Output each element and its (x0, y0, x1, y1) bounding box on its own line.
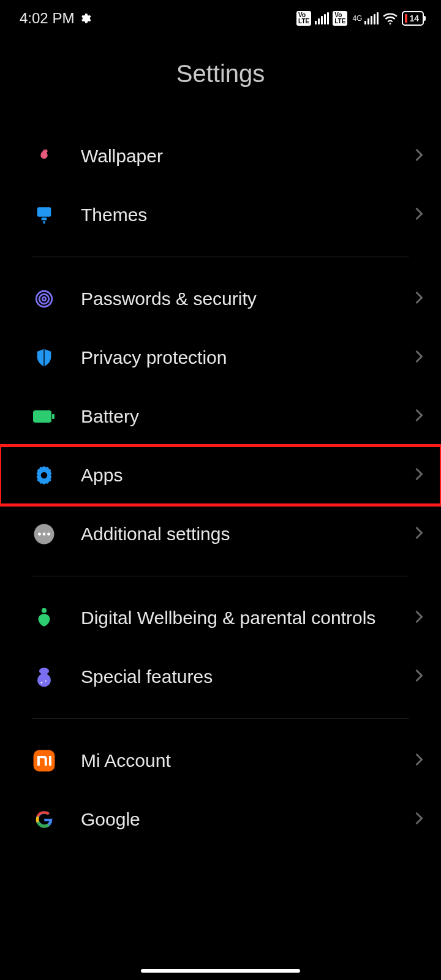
settings-item-passwords-security[interactable]: Passwords & security (0, 270, 441, 328)
settings-item-apps[interactable]: Apps (0, 446, 441, 505)
volte-icon-2: VoLTE (333, 11, 347, 26)
svg-rect-3 (43, 221, 45, 224)
status-left: 4:02 PM (20, 10, 91, 27)
fingerprint-icon (32, 287, 56, 311)
battery-icon (32, 404, 56, 429)
more-icon (32, 522, 56, 546)
settings-item-label: Additional settings (81, 522, 390, 546)
settings-item-label: Wallpaper (81, 145, 390, 168)
svg-point-17 (41, 682, 43, 684)
svg-point-16 (37, 674, 51, 687)
svg-point-9 (41, 472, 48, 479)
special-features-icon (32, 665, 56, 689)
status-bar: 4:02 PM VoLTE VoLTE 4G 14 (0, 0, 441, 37)
apps-gear-icon (32, 463, 56, 488)
signal-icon-2 (364, 12, 379, 24)
settings-item-label: Apps (81, 464, 390, 487)
volte-icon: VoLTE (296, 11, 311, 26)
settings-item-label: Special features (81, 665, 390, 688)
svg-point-18 (45, 680, 47, 682)
battery-level: 14 (409, 13, 419, 23)
mi-logo-icon (32, 748, 56, 773)
chevron-right-icon (414, 467, 424, 484)
chevron-right-icon (414, 206, 424, 224)
svg-point-6 (42, 297, 46, 301)
svg-rect-8 (52, 414, 55, 419)
settings-item-themes[interactable]: Themes (0, 186, 441, 244)
status-right: VoLTE VoLTE 4G 14 (296, 11, 424, 26)
settings-item-digital-wellbeing[interactable]: Digital Wellbeing & parental controls (0, 589, 441, 647)
settings-item-google[interactable]: Google (0, 790, 441, 832)
status-time: 4:02 PM (20, 10, 74, 27)
settings-item-privacy-protection[interactable]: Privacy protection (0, 328, 441, 387)
settings-item-label: Battery (81, 405, 390, 428)
settings-item-additional-settings[interactable]: Additional settings (0, 505, 441, 564)
divider (32, 576, 409, 576)
svg-point-5 (39, 294, 49, 304)
themes-icon (32, 203, 56, 227)
settings-item-battery[interactable]: Battery (0, 387, 441, 446)
settings-item-label: Privacy protection (81, 346, 390, 369)
settings-item-special-features[interactable]: Special features (0, 647, 441, 706)
chevron-right-icon (414, 526, 424, 543)
svg-rect-1 (37, 207, 51, 217)
svg-rect-19 (34, 750, 55, 772)
chevron-right-icon (414, 148, 424, 165)
chevron-right-icon (414, 609, 424, 627)
home-indicator[interactable] (141, 969, 300, 973)
svg-point-11 (38, 533, 41, 536)
settings-item-label: Themes (81, 203, 390, 227)
svg-point-0 (390, 23, 391, 24)
settings-item-label: Google (81, 808, 390, 831)
chevron-right-icon (414, 290, 424, 307)
svg-rect-7 (33, 410, 51, 423)
settings-list: Wallpaper Themes Passwords & security Pr… (0, 127, 441, 832)
wellbeing-icon (32, 606, 56, 630)
signal-icon (315, 12, 329, 24)
svg-rect-2 (42, 217, 47, 220)
svg-point-15 (39, 668, 49, 674)
google-logo-icon (32, 807, 56, 832)
settings-item-label: Passwords & security (81, 287, 390, 311)
divider (32, 257, 409, 257)
battery-icon: 14 (402, 11, 424, 26)
divider (32, 718, 409, 719)
chevron-right-icon (414, 811, 424, 828)
chevron-right-icon (414, 752, 424, 769)
wallpaper-icon (32, 144, 56, 168)
svg-point-14 (42, 608, 47, 613)
settings-item-label: Digital Wellbeing & parental controls (81, 606, 390, 630)
svg-point-13 (47, 533, 50, 536)
svg-point-12 (43, 533, 46, 536)
wifi-icon (382, 12, 398, 25)
settings-item-wallpaper[interactable]: Wallpaper (0, 127, 441, 186)
page-title: Settings (0, 37, 441, 127)
settings-running-icon (79, 12, 91, 24)
chevron-right-icon (414, 408, 424, 425)
shield-icon (32, 345, 56, 370)
chevron-right-icon (414, 668, 424, 685)
settings-item-label: Mi Account (81, 749, 390, 772)
network-type: 4G (352, 14, 362, 23)
settings-item-mi-account[interactable]: Mi Account (0, 731, 441, 790)
chevron-right-icon (414, 349, 424, 366)
